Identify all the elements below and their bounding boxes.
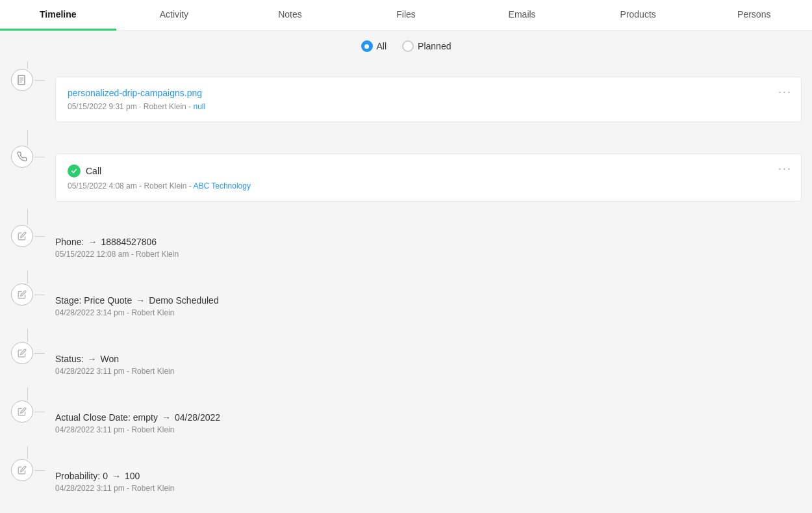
edit-probability-icon-wrap	[0, 459, 55, 481]
closedate-plain-title: Actual Close Date: empty → 04/28/2022	[55, 412, 802, 423]
timeline-row-call: Call 05/15/2022 4:08 am - Robert Klein -…	[0, 146, 812, 209]
edit-stage-icon	[11, 283, 33, 306]
call-card-menu-button[interactable]: ···	[778, 162, 792, 176]
filter-planned[interactable]: Planned	[402, 40, 451, 52]
timeline-left-status	[0, 342, 55, 364]
call-company-link[interactable]: ABC Technology	[193, 181, 251, 191]
file-icon	[11, 69, 33, 91]
probability-plain-meta: 04/28/2022 3:11 pm - Robert Klein	[55, 484, 802, 493]
timeline-left-closedate	[0, 401, 55, 423]
tab-bar: Timeline Activity Notes Files Emails Pro…	[0, 0, 812, 31]
tab-files[interactable]: Files	[348, 0, 464, 31]
edit-status-icon	[11, 342, 33, 364]
timeline-row-closedate: Actual Close Date: empty → 04/28/2022 04…	[0, 401, 812, 446]
timeline-left-phone	[0, 225, 55, 247]
phone-icon-wrap	[0, 146, 55, 168]
stage-arrow: →	[136, 295, 145, 306]
stage-plain-content: Stage: Price Quote → Demo Scheduled 04/2…	[55, 283, 812, 329]
status-arrow: →	[88, 354, 97, 364]
probability-arrow: →	[112, 471, 121, 481]
filter-all-radio[interactable]	[361, 40, 373, 52]
timeline-dash-stage	[34, 295, 45, 295]
closedate-plain-content: Actual Close Date: empty → 04/28/2022 04…	[55, 401, 812, 446]
phone-plain-meta: 05/15/2022 12:08 am - Robert Klein	[55, 250, 802, 259]
edit-closedate-icon-wrap	[0, 401, 55, 423]
timeline-container: personalized-drip-campaigns.png 05/15/20…	[0, 61, 812, 513]
phone-plain-content: Phone: → 18884527806 05/15/2022 12:08 am…	[55, 225, 812, 270]
closedate-plain-meta: 04/28/2022 3:11 pm - Robert Klein	[55, 425, 802, 434]
call-meta: 05/15/2022 4:08 am - Robert Klein - ABC …	[68, 181, 789, 191]
call-done-icon	[68, 164, 81, 178]
filter-planned-label: Planned	[418, 41, 451, 51]
timeline-row: personalized-drip-campaigns.png 05/15/20…	[0, 69, 812, 130]
filter-all[interactable]: All	[361, 40, 387, 52]
file-icon-wrap	[0, 69, 55, 91]
tab-notes[interactable]: Notes	[232, 0, 348, 31]
tab-emails[interactable]: Emails	[464, 0, 580, 31]
probability-plain-content: Probability: 0 → 100 04/28/2022 3:11 pm …	[55, 459, 812, 505]
edit-probability-icon	[11, 459, 33, 481]
timeline-dash-closedate	[34, 412, 45, 412]
phone-plain-title: Phone: → 18884527806	[55, 237, 802, 247]
stage-plain-title: Stage: Price Quote → Demo Scheduled	[55, 295, 802, 306]
timeline-dash-status	[34, 353, 45, 354]
timeline-row-status: Status: → Won 04/28/2022 3:11 pm - Rober…	[0, 342, 812, 388]
tab-persons[interactable]: Persons	[696, 0, 812, 31]
stage-plain-meta: 04/28/2022 3:14 pm - Robert Klein	[55, 308, 802, 317]
timeline-left-call	[0, 146, 55, 168]
filter-planned-radio[interactable]	[402, 40, 414, 52]
timeline-row-probability: Probability: 0 → 100 04/28/2022 3:11 pm …	[0, 459, 812, 505]
tab-activity[interactable]: Activity	[116, 0, 233, 31]
timeline-dash	[34, 80, 45, 81]
call-card: Call 05/15/2022 4:08 am - Robert Klein -…	[55, 153, 802, 202]
timeline-dash-probability	[34, 470, 45, 471]
file-card: personalized-drip-campaigns.png 05/15/20…	[55, 77, 802, 122]
phone-icon	[11, 146, 33, 168]
file-meta: 05/15/2022 9:31 pm · Robert Klein - null	[68, 102, 789, 111]
closedate-arrow: →	[162, 412, 171, 423]
timeline-left-stage	[0, 283, 55, 306]
filter-all-label: All	[377, 41, 387, 51]
call-header: Call	[68, 164, 789, 178]
tab-products[interactable]: Products	[580, 0, 696, 31]
phone-arrow: →	[88, 237, 97, 247]
edit-closedate-icon	[11, 401, 33, 423]
edit-stage-icon-wrap	[0, 283, 55, 306]
status-plain-title: Status: → Won	[55, 354, 802, 364]
edit-phone-icon-wrap	[0, 225, 55, 247]
tab-timeline[interactable]: Timeline	[0, 0, 116, 31]
timeline-row-stage: Stage: Price Quote → Demo Scheduled 04/2…	[0, 283, 812, 329]
status-plain-content: Status: → Won 04/28/2022 3:11 pm - Rober…	[55, 342, 812, 388]
filter-row: All Planned	[0, 31, 812, 61]
edit-phone-icon	[11, 225, 33, 247]
file-link[interactable]: personalized-drip-campaigns.png	[68, 88, 202, 98]
timeline-row-phone: Phone: → 18884527806 05/15/2022 12:08 am…	[0, 225, 812, 270]
probability-plain-title: Probability: 0 → 100	[55, 471, 802, 481]
timeline-dash-call	[34, 157, 45, 157]
timeline-left	[0, 69, 55, 91]
timeline-left-probability	[0, 459, 55, 481]
call-title: Call	[86, 166, 101, 176]
status-plain-meta: 04/28/2022 3:11 pm - Robert Klein	[55, 367, 802, 376]
card-menu-button[interactable]: ···	[778, 85, 792, 99]
edit-status-icon-wrap	[0, 342, 55, 364]
timeline-dash-phone	[34, 236, 45, 237]
